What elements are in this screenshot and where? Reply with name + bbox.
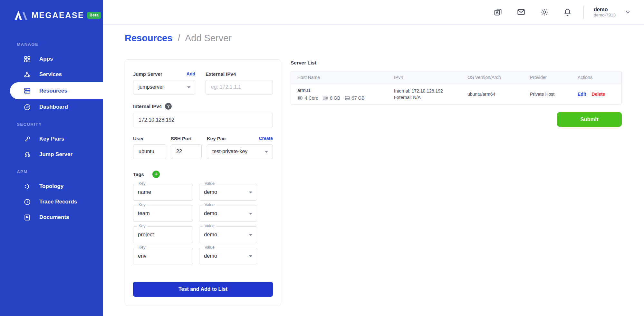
sidebar-item-label: Documents: [39, 214, 69, 221]
notification-bell-icon[interactable]: [563, 8, 572, 16]
tag-value-label: Value: [203, 202, 216, 207]
apps-grid-icon: [24, 55, 31, 63]
sidebar-item-topology[interactable]: Topology: [0, 179, 103, 194]
disk-spec-text: 97 GB: [352, 95, 365, 101]
topbar-divider: [583, 6, 584, 19]
sidebar: MEGAEASE Beta MANAGE Apps Services: [0, 0, 103, 316]
sidebar-item-label: Apps: [39, 56, 53, 62]
internal-ipv4-label: Internal IPv4: [133, 104, 162, 109]
tag-value-select[interactable]: Value demo: [199, 248, 257, 264]
col-os: OS Version/Arch: [467, 75, 530, 80]
nav-section-manage: MANAGE: [0, 42, 103, 51]
server-list-panel: Server List Host Name IPv4 OS Version/Ar…: [291, 59, 622, 127]
tag-value-text: demo: [204, 253, 217, 259]
key-pair-select[interactable]: test-private-key: [207, 144, 273, 159]
sidebar-item-resources[interactable]: Resources: [10, 82, 103, 99]
sidebar-item-trace-records[interactable]: Trace Records: [0, 194, 103, 210]
sidebar-item-label: Jump Server: [39, 151, 72, 158]
tag-key-input[interactable]: [138, 210, 188, 216]
delete-link[interactable]: Delete: [591, 92, 605, 97]
edit-link[interactable]: Edit: [578, 92, 586, 97]
chevron-down-icon: [249, 255, 252, 257]
ssh-port-input[interactable]: [171, 144, 202, 159]
breadcrumb-resources-link[interactable]: Resources: [125, 33, 172, 43]
sidebar-item-dashboard[interactable]: Dashboard: [0, 99, 103, 115]
test-and-add-button[interactable]: Test and Add to List: [133, 282, 273, 297]
user-input[interactable]: [133, 144, 166, 159]
page-content: Resources / Add Server Jump Server Add: [103, 25, 644, 316]
brand-name: MEGAEASE: [32, 11, 84, 20]
page-title: Add Server: [185, 33, 232, 43]
tag-key-label: Key: [137, 202, 148, 207]
sidebar-item-documents[interactable]: Documents: [0, 210, 103, 225]
sidebar-item-jump-server[interactable]: Jump Server: [0, 147, 103, 162]
add-jump-server-link[interactable]: Add: [187, 71, 195, 76]
provider: Private Host: [530, 92, 578, 97]
cpu-spec: 4 Core: [297, 95, 318, 101]
breadcrumb: Resources / Add Server: [125, 33, 622, 44]
services-icon: [24, 71, 31, 78]
tag-value-text: demo: [204, 232, 217, 238]
sidebar-item-label: Dashboard: [39, 104, 68, 110]
tag-key-input[interactable]: [138, 189, 188, 195]
tag-key-input[interactable]: [138, 232, 188, 238]
internal-ipv4-input[interactable]: [133, 113, 273, 127]
tag-row: Key Value demo: [133, 248, 273, 264]
topology-icon: [24, 183, 31, 190]
chevron-down-icon: [625, 9, 631, 15]
chevron-down-icon: [249, 234, 252, 236]
add-tag-button[interactable]: [152, 171, 160, 178]
settings-gear-icon[interactable]: [540, 8, 549, 16]
memory-spec-text: 8 GB: [330, 95, 340, 101]
chevron-down-icon: [249, 192, 252, 193]
user-label: User: [133, 136, 166, 141]
chevron-down-icon: [249, 213, 252, 215]
sidebar-item-label: Resources: [39, 88, 67, 94]
brand-logo[interactable]: MEGAEASE Beta: [14, 10, 103, 21]
sidebar-item-label: Services: [39, 71, 62, 78]
col-host-name: Host Name: [291, 75, 394, 80]
tag-row: Key Value demo: [133, 184, 273, 201]
tag-key-field: Key: [133, 248, 193, 264]
sidebar-item-key-pairs[interactable]: Key Pairs: [0, 131, 103, 147]
sidebar-item-label: Trace Records: [39, 199, 77, 205]
megaease-logo-icon: [14, 10, 28, 21]
tag-key-field: Key: [133, 226, 193, 243]
external-ipv4-input[interactable]: [206, 80, 273, 94]
tag-row: Key Value demo: [133, 205, 273, 222]
submit-button[interactable]: Submit: [557, 112, 622, 127]
jump-server-label: Jump Server: [133, 71, 162, 77]
create-key-pair-link[interactable]: Create: [259, 136, 273, 141]
user-menu[interactable]: demo demo-7913: [594, 6, 631, 18]
tag-key-input[interactable]: [138, 253, 188, 259]
server-table: Host Name IPv4 OS Version/Arch Provider …: [291, 71, 622, 105]
tag-value-select[interactable]: Value demo: [199, 226, 257, 243]
jump-server-select[interactable]: jumpserver: [133, 80, 195, 94]
tag-value-label: Value: [203, 245, 216, 250]
clock-icon: [24, 198, 31, 206]
tag-key-label: Key: [137, 181, 148, 186]
tag-key-label: Key: [137, 224, 148, 228]
mail-icon[interactable]: [517, 8, 525, 16]
tag-value-select[interactable]: Value demo: [199, 205, 257, 222]
chevron-down-icon: [265, 151, 268, 153]
tags-label: Tags: [133, 172, 144, 177]
language-icon[interactable]: [494, 8, 502, 16]
tag-row: Key Value demo: [133, 226, 273, 243]
tag-value-text: demo: [204, 189, 217, 195]
tag-key-field: Key: [133, 205, 193, 222]
ssh-port-label: SSH Port: [171, 136, 202, 141]
main-area: demo demo-7913 Resources / Add Server: [103, 0, 644, 316]
tag-value-select[interactable]: Value demo: [199, 184, 257, 201]
nav-section-apm: APM: [0, 169, 103, 179]
gauge-icon: [24, 104, 31, 111]
sidebar-item-apps[interactable]: Apps: [0, 51, 103, 67]
user-id: demo-7913: [594, 13, 616, 18]
external-ip: External: N/A: [394, 94, 467, 101]
sidebar-item-services[interactable]: Services: [0, 67, 103, 82]
server-table-header: Host Name IPv4 OS Version/Arch Provider …: [291, 71, 621, 84]
nav-section-security: SECURITY: [0, 122, 103, 131]
jump-server-value: jumpserver: [139, 84, 164, 90]
help-icon[interactable]: [165, 103, 172, 110]
sidebar-item-label: Key Pairs: [39, 136, 64, 142]
